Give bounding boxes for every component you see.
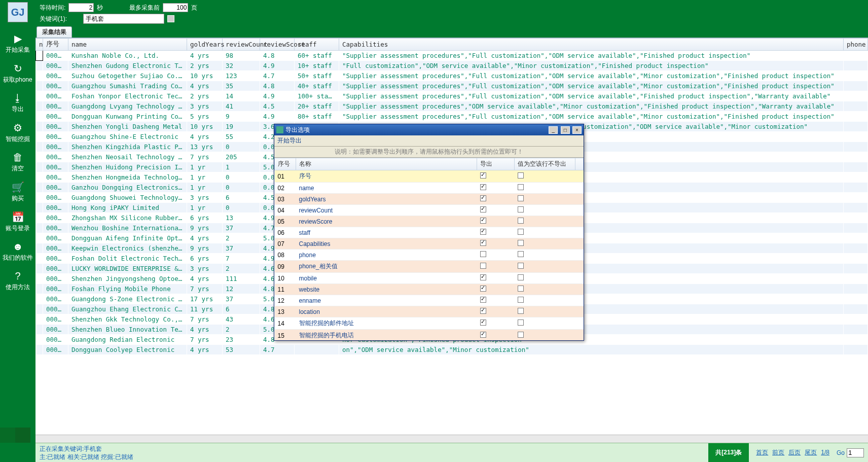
pager-前页[interactable]: 前页	[772, 449, 784, 456]
table-row[interactable]: 000007Dongguan Kunwang Printing Co., Ltd…	[36, 112, 868, 122]
export-field-row[interactable]: 05reviewScore	[275, 216, 584, 227]
nav-label: 导出	[12, 105, 24, 114]
table-row[interactable]: 000003Suzhou Getogether Sujiao Co., Ltd.…	[36, 71, 868, 81]
export-checkbox[interactable]	[480, 172, 486, 179]
pager-尾页[interactable]: 尾页	[805, 449, 817, 456]
wait-input[interactable]	[68, 3, 94, 12]
export-field-row[interactable]: 11website	[275, 284, 584, 295]
export-field-row[interactable]: 06staff	[275, 227, 584, 238]
skip-checkbox[interactable]	[518, 274, 524, 280]
dialog-titlebar[interactable]: 导出选项 _ □ ×	[274, 124, 584, 135]
export-field-row[interactable]: 13location	[275, 306, 584, 317]
mcol-name[interactable]: 名称	[296, 158, 477, 170]
nav-icon: 🗑	[13, 152, 23, 163]
table-row[interactable]: 000001Kunshan Noble Co., Ltd.4 yrs984.86…	[36, 51, 868, 61]
export-checkbox[interactable]	[480, 218, 486, 224]
pager-首页[interactable]: 首页	[756, 449, 768, 456]
skip-checkbox[interactable]	[518, 206, 524, 212]
col-capabilities[interactable]: Capabilities	[339, 39, 844, 51]
col-staff[interactable]: staff	[295, 39, 339, 51]
export-checkbox[interactable]	[480, 229, 486, 235]
skip-checkbox[interactable]	[518, 308, 524, 314]
table-row[interactable]: 000006Guangdong Lvyang Technology Co., L…	[36, 101, 868, 112]
skip-checkbox[interactable]	[518, 184, 524, 190]
export-checkbox[interactable]	[480, 286, 486, 292]
export-checkbox[interactable]	[480, 184, 486, 190]
export-field-row[interactable]: 01序号	[275, 170, 584, 183]
col-phone[interactable]: phone	[844, 39, 868, 51]
nav-账号登录[interactable]: 📅账号登录	[3, 207, 33, 237]
col-goldyears[interactable]: goldYears	[187, 39, 223, 51]
export-field-row[interactable]: 09phone_相关值	[275, 261, 584, 273]
skip-checkbox[interactable]	[518, 251, 524, 257]
skip-checkbox[interactable]	[518, 319, 524, 326]
keyword-label: 关键词(1):	[40, 15, 67, 23]
go-label: Go	[837, 449, 845, 456]
table-row[interactable]: 000030Dongguan Coolyep Electronic4 yrs53…	[36, 345, 868, 355]
export-checkbox[interactable]	[480, 308, 486, 314]
nav-label: 获取phone	[3, 76, 32, 84]
pager-1/8[interactable]: 1/8	[821, 449, 829, 456]
keyword-swatch[interactable]	[167, 15, 174, 22]
export-checkbox[interactable]	[480, 332, 486, 338]
export-checkbox[interactable]	[480, 206, 486, 212]
go-input[interactable]	[847, 448, 864, 457]
skip-checkbox[interactable]	[518, 240, 524, 246]
nav-购买[interactable]: 🛒购买	[3, 177, 33, 207]
nav-清空[interactable]: 🗑清空	[3, 148, 33, 177]
nav-使用方法[interactable]: ?使用方法	[3, 266, 33, 296]
export-field-row[interactable]: 14智能挖掘的邮件地址	[275, 317, 584, 330]
skip-checkbox[interactable]	[518, 263, 524, 269]
nav-label: 账号登录	[6, 224, 30, 233]
export-checkbox[interactable]	[480, 297, 486, 303]
skip-checkbox[interactable]	[518, 297, 524, 303]
maximize-icon[interactable]: □	[561, 126, 570, 134]
export-field-row[interactable]: 02name	[275, 183, 584, 194]
table-row[interactable]: 000004Guangzhou Sumashi Trading Company4…	[36, 81, 868, 91]
nav-智能挖掘[interactable]: ⚙智能挖掘	[3, 118, 33, 148]
pager-后页[interactable]: 后页	[788, 449, 801, 456]
minimize-icon[interactable]: _	[549, 126, 558, 134]
horizontal-scrollbar[interactable]	[35, 435, 868, 443]
mcol-skip[interactable]: 值为空该行不导出	[515, 158, 575, 170]
mcol-export[interactable]: 导出	[477, 158, 515, 170]
export-field-row[interactable]: 12enname	[275, 295, 584, 306]
export-field-row[interactable]: 10mobile	[275, 273, 584, 284]
keyword-input[interactable]	[83, 14, 164, 24]
skip-checkbox[interactable]	[518, 286, 524, 292]
skip-checkbox[interactable]	[518, 332, 524, 338]
col-n[interactable]: n	[36, 39, 43, 51]
nav-我们的软件[interactable]: ☻我们的软件	[3, 237, 33, 266]
export-checkbox[interactable]	[480, 240, 486, 246]
col-reviewcount[interactable]: reviewCount	[223, 39, 260, 51]
skip-checkbox[interactable]	[518, 172, 524, 179]
export-field-row[interactable]: 04reviewCount	[275, 205, 584, 216]
export-field-row[interactable]: 08phone	[275, 250, 584, 261]
max-input[interactable]	[163, 3, 188, 12]
export-checkbox[interactable]	[480, 319, 486, 326]
export-field-row[interactable]: 15智能挖掘的手机电话	[275, 330, 584, 341]
col-name[interactable]: name	[68, 39, 187, 51]
skip-checkbox[interactable]	[518, 195, 524, 201]
tab-results[interactable]: 采集结果	[37, 26, 72, 38]
nav-icon: ?	[15, 270, 20, 282]
mcol-seq[interactable]: 序号	[275, 158, 296, 170]
table-row[interactable]: 000002Shenzhen Gudong Electronic Technol…	[36, 61, 868, 71]
skip-checkbox[interactable]	[518, 229, 524, 235]
export-field-row[interactable]: 03goldYears	[275, 194, 584, 205]
export-checkbox[interactable]	[480, 274, 486, 280]
start-export-button[interactable]: 开始导出	[277, 136, 302, 145]
export-checkbox[interactable]	[480, 195, 486, 201]
close-icon[interactable]: ×	[572, 126, 582, 134]
nav-icon: ⭳	[13, 92, 23, 104]
nav-开始采集[interactable]: ▶开始采集	[3, 28, 33, 58]
table-row[interactable]: 000005Foshan Yonpor Electronic Technolog…	[36, 91, 868, 101]
nav-获取phone[interactable]: ↻获取phone	[3, 58, 33, 88]
export-checkbox[interactable]	[480, 263, 486, 269]
nav-导出[interactable]: ⭳导出	[3, 88, 33, 118]
export-field-row[interactable]: 07Capabilities	[275, 238, 584, 250]
col-reviewscore[interactable]: reviewScore	[260, 39, 295, 51]
col-seq[interactable]: 序号	[43, 39, 68, 51]
export-checkbox[interactable]	[480, 251, 486, 257]
skip-checkbox[interactable]	[518, 218, 524, 224]
